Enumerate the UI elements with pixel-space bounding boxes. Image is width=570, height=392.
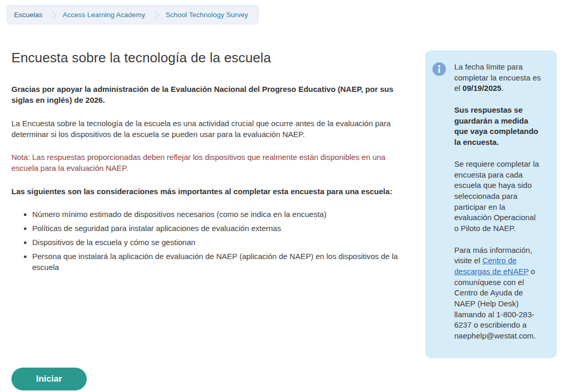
breadcrumb-item-escuelas[interactable]: Escuelas	[14, 11, 43, 19]
breadcrumb-item-school-name[interactable]: Access Learning Academy	[63, 11, 145, 19]
list-item: Persona que instalará la aplicación de e…	[32, 251, 410, 273]
start-survey-button[interactable]: Iniciar	[11, 368, 87, 390]
considerations-heading: Las siguientes son las consideraciones m…	[11, 186, 410, 197]
considerations-list: Número mínimo estimado de dispositivos n…	[32, 209, 410, 273]
info-icon	[432, 62, 446, 76]
breadcrumb-item-current-survey[interactable]: School Technology Survey	[166, 11, 248, 19]
info-panel: La fecha límite para completar la encues…	[425, 50, 557, 358]
chevron-right-icon	[151, 11, 159, 19]
requirement-text: Se requiere completar la encuesta para c…	[454, 159, 541, 234]
list-item: Políticas de seguridad para instalar apl…	[32, 223, 410, 234]
description-paragraph: La Encuesta sobre la tecnología de la es…	[11, 118, 410, 140]
school-technology-survey-page: { "breadcrumb": { "items": [ { "label": …	[0, 0, 570, 392]
survey-intro-content: Encuesta sobre la tecnología de la escue…	[11, 50, 410, 276]
intro-paragraph: Gracias por apoyar la administración de …	[11, 84, 410, 106]
info-panel-body: La fecha límite para completar la encues…	[454, 62, 541, 345]
deadline-date: 09/19/2025	[463, 84, 501, 92]
note-paragraph: Nota: Las respuestas proporcionadas debe…	[11, 152, 410, 174]
chevron-right-icon	[48, 11, 57, 19]
list-item: Número mínimo estimado de dispositivos n…	[32, 209, 410, 220]
page-title: Encuesta sobre la tecnología de la escue…	[11, 50, 410, 66]
more-info-text: Para más información, visite el Centro d…	[454, 245, 541, 342]
autosave-note: Sus respuestas se guardarán a medida que…	[454, 105, 541, 148]
breadcrumb: Escuelas Access Learning Academy School …	[6, 5, 259, 24]
list-item: Dispositivos de la escuela y cómo se ges…	[32, 237, 410, 248]
deadline-text: La fecha límite para completar la encues…	[454, 62, 541, 94]
